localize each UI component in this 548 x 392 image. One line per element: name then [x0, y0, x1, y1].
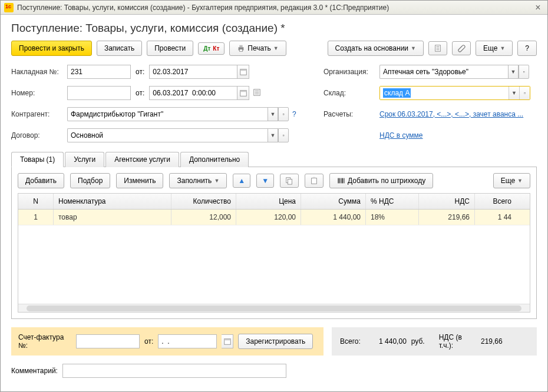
invoice-no-input[interactable] — [67, 65, 131, 79]
tabs: Товары (1) Услуги Агентские услуги Допол… — [11, 151, 537, 167]
print-button[interactable]: Печать▼ — [229, 41, 286, 56]
col-vat-percent[interactable]: % НДС — [366, 194, 419, 209]
calc-link[interactable]: Срок 06.03.2017, <...>, <...>, зачет ава… — [379, 110, 523, 118]
col-vat[interactable]: НДС — [419, 194, 475, 209]
invoice-no-label: Накладная №: — [11, 68, 67, 76]
invoice-from-label: от: — [144, 337, 153, 346]
svg-rect-26 — [225, 339, 231, 341]
add-row-button[interactable]: Добавить — [18, 173, 64, 188]
attach-button[interactable] — [452, 41, 471, 55]
table-toolbar: Добавить Подбор Изменить Заполнить ▼ ▲ ▼… — [18, 173, 530, 188]
copy-icon — [285, 177, 293, 185]
org-input[interactable] — [379, 65, 508, 79]
currency-label: руб. — [411, 337, 425, 346]
tab-agent[interactable]: Агентские услуги — [105, 152, 179, 167]
tab-content: Добавить Подбор Изменить Заполнить ▼ ▲ ▼… — [11, 167, 537, 319]
calc-label: Расчеты: — [323, 110, 379, 118]
paste-icon — [310, 177, 318, 185]
change-button[interactable]: Изменить — [116, 173, 163, 188]
dropdown-icon[interactable]: ▼ — [509, 87, 519, 99]
titlebar: Поступление: Товары, услуги, комиссия (с… — [1, 1, 547, 15]
col-sum[interactable]: Сумма — [301, 194, 366, 209]
close-icon[interactable]: × — [532, 2, 544, 13]
dropdown-icon[interactable]: ▼ — [268, 107, 278, 121]
footer: Счет-фактура №: от: Зарегистрировать Все… — [11, 327, 537, 356]
more-button[interactable]: Еще ▼ — [476, 41, 513, 56]
goods-table: N Номенклатура Количество Цена Сумма % Н… — [18, 193, 530, 313]
calendar-icon[interactable] — [237, 65, 249, 79]
fill-button[interactable]: Заполнить ▼ — [169, 173, 227, 188]
open-icon[interactable]: ▫ — [519, 87, 530, 99]
select-button[interactable]: Подбор — [70, 173, 110, 188]
tab-extra[interactable]: Дополнительно — [180, 152, 249, 167]
col-n[interactable]: N — [18, 194, 54, 209]
number-input[interactable] — [67, 86, 131, 100]
svg-rect-16 — [288, 179, 292, 184]
vat-total-value: 219,66 — [467, 337, 503, 346]
calendar-icon[interactable] — [222, 334, 233, 348]
dropdown-icon[interactable]: ▼ — [508, 65, 519, 79]
contract-input[interactable] — [67, 128, 268, 142]
doc-mode-icon[interactable] — [253, 88, 261, 98]
col-price[interactable]: Цена — [236, 194, 301, 209]
post-button[interactable]: Провести — [147, 41, 193, 56]
report-button[interactable] — [428, 41, 447, 55]
add-by-barcode-button[interactable]: Добавить по штрихкоду — [329, 173, 433, 188]
from-label-2: от: — [136, 89, 144, 97]
svg-rect-18 — [313, 177, 315, 179]
move-down-button[interactable]: ▼ — [256, 174, 274, 188]
calendar-icon[interactable] — [237, 86, 249, 100]
table-more-button[interactable]: Еще ▼ — [493, 173, 530, 188]
table-body: 1 товар 12,000 120,00 1 440,00 18% 219,6… — [18, 210, 530, 304]
save-button[interactable]: Записать — [97, 41, 142, 56]
content: Поступление: Товары, услуги, комиссия (с… — [1, 15, 547, 385]
help-icon[interactable]: ? — [292, 110, 296, 118]
warehouse-input[interactable]: склад А — [380, 87, 509, 99]
comment-row: Комментарий: — [11, 364, 537, 378]
svg-rect-17 — [312, 178, 317, 184]
open-icon[interactable]: ▫ — [278, 107, 289, 121]
paperclip-icon — [457, 44, 466, 52]
comment-label: Комментарий: — [11, 367, 58, 375]
vat-mode-link[interactable]: НДС в сумме — [379, 131, 423, 139]
invoice-date-input[interactable] — [149, 65, 237, 79]
warehouse-field-active: склад А ▼ ▫ — [379, 86, 530, 100]
app-icon — [4, 3, 14, 12]
contract-label: Договор: — [11, 131, 67, 139]
doc-date-input[interactable] — [149, 86, 237, 100]
post-and-close-button[interactable]: Провести и закрыть — [11, 41, 92, 56]
svg-rect-10 — [240, 91, 247, 92]
dt-kt-button[interactable]: ДтКт — [198, 42, 225, 55]
create-based-button[interactable]: Создать на основании ▼ — [328, 41, 424, 56]
help-button[interactable]: ? — [517, 41, 537, 56]
col-nomenclature[interactable]: Номенклатура — [54, 194, 171, 209]
col-total[interactable]: Всего — [475, 194, 516, 209]
dropdown-icon[interactable]: ▼ — [268, 128, 278, 142]
open-icon[interactable]: ▫ — [519, 65, 529, 79]
from-label-1: от: — [136, 68, 144, 76]
comment-input[interactable] — [62, 364, 286, 378]
open-icon[interactable]: ▫ — [278, 128, 289, 142]
invoice-number-input[interactable] — [76, 334, 140, 348]
tab-goods[interactable]: Товары (1) — [11, 152, 64, 167]
move-up-button[interactable]: ▲ — [233, 174, 250, 188]
contractor-input[interactable] — [67, 107, 268, 121]
org-label: Организация: — [323, 68, 379, 76]
col-qty[interactable]: Количество — [171, 194, 236, 209]
register-invoice-button[interactable]: Зарегистрировать — [238, 334, 313, 349]
paste-button[interactable] — [305, 174, 323, 188]
total-label: Всего: — [340, 337, 361, 346]
number-label: Номер: — [11, 89, 67, 97]
table-row[interactable]: 1 товар 12,000 120,00 1 440,00 18% 219,6… — [18, 210, 530, 225]
barcode-icon — [337, 177, 345, 185]
svg-rect-8 — [240, 69, 247, 71]
window-title: Поступление: Товары, услуги, комиссия (с… — [17, 4, 532, 12]
vat-total-label: НДС (в т.ч.): — [439, 333, 463, 350]
invoice-date-input[interactable] — [158, 334, 217, 348]
svg-rect-1 — [240, 45, 243, 48]
tab-services[interactable]: Услуги — [65, 152, 104, 167]
table-header: N Номенклатура Количество Цена Сумма % Н… — [18, 194, 530, 210]
h-scrollbar[interactable] — [18, 304, 530, 312]
page-title: Поступление: Товары, услуги, комиссия (с… — [11, 22, 537, 35]
copy-button[interactable] — [280, 174, 299, 188]
